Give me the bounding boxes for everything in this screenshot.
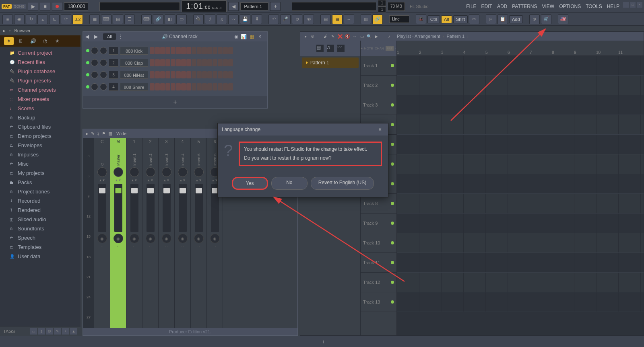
step-cell[interactable] bbox=[197, 71, 202, 78]
browser-item[interactable]: 🗀Soundfonts bbox=[0, 224, 80, 233]
step-cell[interactable] bbox=[150, 71, 155, 78]
pl-tool-mute-icon[interactable]: 🔇 bbox=[345, 33, 350, 39]
track-header[interactable]: Track 10 bbox=[361, 233, 396, 253]
pattern-item[interactable]: Pattern 1 bbox=[302, 57, 359, 68]
channel-pan-knob[interactable] bbox=[91, 59, 98, 66]
picker-tab-1[interactable]: ▦ bbox=[316, 45, 324, 52]
track-enabled-dot[interactable] bbox=[391, 162, 394, 166]
window-rack-icon[interactable]: ▤ bbox=[113, 14, 123, 24]
strip-send-dots[interactable]: · · bbox=[197, 245, 200, 248]
hint-ctrl[interactable]: Ctrl bbox=[427, 15, 440, 23]
tag-btn-4[interactable]: ✎ bbox=[54, 328, 61, 335]
channel-led[interactable] bbox=[86, 61, 89, 64]
step-cell[interactable] bbox=[197, 83, 202, 90]
track-enabled-dot[interactable] bbox=[391, 143, 394, 146]
browser-tab-all[interactable]: ✴ bbox=[4, 37, 14, 45]
playlist-track-lane[interactable] bbox=[397, 214, 644, 233]
pl-tool-slip-icon[interactable]: ↔ bbox=[352, 33, 357, 39]
tool-wave-icon[interactable]: 〰 bbox=[228, 14, 239, 24]
track-header[interactable]: Track 11 bbox=[361, 253, 396, 273]
step-cell[interactable] bbox=[150, 47, 155, 54]
track-enabled-dot[interactable] bbox=[391, 64, 394, 67]
step-cell[interactable] bbox=[213, 59, 217, 66]
channel-led[interactable] bbox=[86, 85, 89, 88]
track-header[interactable]: Track 2 bbox=[361, 76, 396, 95]
window-max-button[interactable]: □ bbox=[630, 2, 636, 8]
pl-tool-pencil-icon[interactable]: ✎ bbox=[330, 33, 336, 39]
tool-step-icon[interactable]: ▭ bbox=[176, 14, 187, 24]
mixer-insert-strip[interactable]: 2 Insert 2 ▲▼ ◉ · · bbox=[142, 138, 159, 335]
browser-item[interactable]: ♪Scores bbox=[0, 104, 80, 113]
rack-filter[interactable]: All bbox=[103, 33, 116, 40]
mode-prev[interactable]: ‹ bbox=[395, 47, 396, 50]
collapse-icon[interactable]: ▸ bbox=[3, 28, 6, 33]
panel-browser-icon[interactable]: ▤ bbox=[320, 14, 331, 24]
step-cell[interactable] bbox=[160, 83, 165, 90]
browser-item[interactable]: 🕘Recent files bbox=[0, 57, 80, 67]
status-add-icon[interactable]: + bbox=[322, 339, 325, 345]
strip-route-knob[interactable]: ◉ bbox=[130, 234, 139, 243]
pl-tool-play-icon[interactable]: ▶ bbox=[374, 33, 379, 39]
playlist-track-lane[interactable] bbox=[397, 253, 644, 273]
step-cell[interactable] bbox=[223, 47, 228, 54]
playlist-track-lane[interactable] bbox=[397, 154, 644, 174]
step-cell[interactable] bbox=[202, 59, 207, 66]
strip-fader[interactable] bbox=[163, 184, 171, 232]
mixer-nav-icon[interactable]: ▸ bbox=[86, 131, 89, 136]
step-cell[interactable] bbox=[176, 47, 181, 54]
strip-send-dots[interactable]: · · bbox=[101, 245, 103, 248]
rack-close-icon[interactable]: × bbox=[258, 34, 265, 39]
wait-icon[interactable]: ⊾ bbox=[49, 14, 60, 24]
ruler-mode-pat[interactable]: PAT bbox=[386, 46, 394, 51]
strip-send-dots[interactable]: · · bbox=[133, 245, 136, 248]
step-cell[interactable] bbox=[197, 47, 202, 54]
menu-add[interactable]: ADD bbox=[495, 2, 510, 11]
rack-graph-icon[interactable]: 📊 bbox=[241, 34, 247, 39]
strip-stereo-icon[interactable]: ▲▼ bbox=[196, 179, 202, 182]
strip-fader[interactable] bbox=[147, 184, 155, 232]
strip-stereo-icon[interactable]: ▲▼ bbox=[163, 179, 170, 182]
strip-stereo-icon[interactable]: ▲▼ bbox=[131, 179, 138, 182]
track-enabled-dot[interactable] bbox=[391, 123, 394, 126]
browser-item[interactable]: ⬚Mixer presets bbox=[0, 94, 80, 104]
browser-item[interactable]: 🗀My projects bbox=[0, 168, 80, 178]
browser-item[interactable]: 🗀Impulses bbox=[0, 150, 80, 159]
mixer-insert-strip[interactable]: C C ▲▼ ◉ · · bbox=[94, 138, 110, 335]
rack-fwd-icon[interactable]: ▶ bbox=[94, 34, 101, 39]
browser-tab-files[interactable]: 🗎 bbox=[16, 37, 26, 45]
channel-name[interactable]: 808 Clap bbox=[120, 59, 148, 67]
menu-patterns[interactable]: PATTERNS bbox=[510, 2, 539, 11]
browser-item[interactable]: ◫Sliced audio bbox=[0, 215, 80, 224]
strip-pan-knob[interactable] bbox=[178, 167, 188, 177]
track-enabled-dot[interactable] bbox=[391, 84, 394, 87]
track-header[interactable]: Track 9 bbox=[361, 214, 396, 233]
dialog-revert-button[interactable]: Revert to English (US) bbox=[311, 177, 374, 190]
tool-close-icon[interactable]: ⊘ bbox=[292, 14, 302, 24]
browser-item[interactable]: 🗀Demo projects bbox=[0, 131, 80, 141]
pl-tool-zoom-icon[interactable]: 🔍 bbox=[366, 33, 372, 39]
step-cell[interactable] bbox=[171, 71, 175, 78]
strip-route-knob[interactable]: ◉ bbox=[97, 234, 107, 243]
tempo-display[interactable]: 130.000 bbox=[64, 2, 88, 10]
pl-tool-cut-icon[interactable]: ❌ bbox=[337, 33, 343, 39]
window-piano-icon[interactable]: ⌨ bbox=[101, 14, 111, 24]
pattern-selector[interactable]: Pattern 1 bbox=[240, 2, 268, 10]
browser-item[interactable]: ▭Channel presets bbox=[0, 85, 80, 94]
step-cell[interactable] bbox=[181, 47, 186, 54]
track-header[interactable]: Track 13 bbox=[361, 292, 396, 312]
strip-route-knob[interactable]: ◉ bbox=[178, 234, 188, 243]
pattern-prev-button[interactable]: ◀ bbox=[228, 2, 239, 11]
tool-newtone-icon[interactable]: ♫ bbox=[217, 14, 227, 24]
fader-handle[interactable] bbox=[131, 188, 138, 193]
tool-export-icon[interactable]: ⬇ bbox=[252, 14, 262, 24]
browser-item[interactable]: 🗀Templates bbox=[0, 242, 80, 252]
step-cell[interactable] bbox=[202, 71, 207, 78]
strip-pan-knob[interactable] bbox=[130, 167, 139, 177]
tool-view-icon[interactable]: 👁 bbox=[303, 14, 314, 24]
mixer-brush-icon[interactable]: ✎ bbox=[91, 131, 95, 136]
pl-tool-select-icon[interactable]: ▭ bbox=[359, 33, 365, 39]
mixer-insert-strip[interactable]: 4 Insert 4 ▲▼ ◉ · · bbox=[175, 138, 191, 335]
step-cell[interactable] bbox=[160, 59, 165, 66]
channel-pan-knob[interactable] bbox=[91, 71, 98, 78]
channel-number[interactable]: 1 bbox=[109, 47, 118, 55]
